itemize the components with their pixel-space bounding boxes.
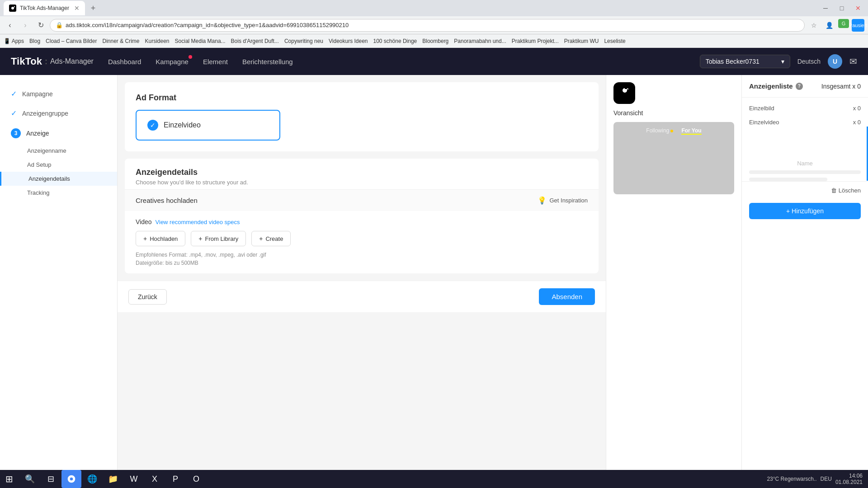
right-panel: Anzeigenliste ? Insgesamt x 0 Einzelbild… <box>741 75 868 488</box>
sidebar-item-anzeigengruppe[interactable]: ✓ Anzeigengruppe <box>0 103 117 123</box>
sidebar-label-anzeigengruppe: Anzeigengruppe <box>22 110 68 117</box>
ad-details-title: Anzeigendetails <box>136 168 588 177</box>
notification-button[interactable]: ✉ <box>849 56 857 67</box>
tab-title: TikTok Ads-Manager <box>20 5 69 11</box>
from-library-button[interactable]: + From Library <box>191 231 246 246</box>
tiktok-logo-icon <box>618 85 631 101</box>
bookmark-praktikum2[interactable]: Praktikum WU <box>564 38 599 44</box>
nav-element[interactable]: Element <box>203 58 228 66</box>
upload-label: Hochladen <box>150 235 178 242</box>
bookmark-social[interactable]: Social Media Mana... <box>175 38 226 44</box>
bookmark-100[interactable]: 100 schöne Dinge <box>373 38 417 44</box>
plus-icon-library: + <box>198 235 202 242</box>
app-header: TikTok : Ads-Manager Dashboard Kampagne … <box>0 48 868 75</box>
logo-tiktok-text: TikTok <box>11 56 42 67</box>
bookmark-leseliste[interactable]: Leseliste <box>604 38 625 44</box>
bookmark-dinner[interactable]: Dinner & Crime <box>102 38 139 44</box>
info-icon[interactable]: ? <box>796 83 803 90</box>
maximize-button[interactable]: □ <box>835 2 848 14</box>
pause-button[interactable]: Pausiert <box>852 19 864 32</box>
taskbar-word[interactable]: W <box>124 470 144 488</box>
date-text: 01.08.2021 <box>835 479 863 485</box>
submit-button[interactable]: Absenden <box>539 288 595 305</box>
bookmark-star-icon[interactable]: ☆ <box>807 19 820 32</box>
taskbar-outlook[interactable]: O <box>186 470 206 488</box>
url-text: ads.tiktok.com/i18n/campaign/ad/creation… <box>66 22 349 28</box>
taskbar-files[interactable]: 📁 <box>103 470 123 488</box>
taskbar-powerpoint[interactable]: P <box>165 470 185 488</box>
active-tab[interactable]: TikTok Ads-Manager ✕ <box>4 1 85 15</box>
total-count: Insgesamt x 0 <box>821 83 861 90</box>
bookmarks-bar: 📱 Apps Blog Cload – Canva Bilder Dinner … <box>0 34 868 48</box>
start-button[interactable]: ⊞ <box>0 470 18 488</box>
add-panel-button[interactable]: + Hinzufügen <box>749 203 861 219</box>
tiktok-logo-preview <box>613 82 635 104</box>
taskbar-excel[interactable]: X <box>145 470 165 488</box>
chevron-down-icon: ▾ <box>781 58 784 65</box>
logo-ads-text: Ads-Manager <box>50 57 94 66</box>
bookmark-copy[interactable]: Copywriting neu <box>284 38 323 44</box>
minimize-button[interactable]: ─ <box>819 2 832 14</box>
taskbar-chrome[interactable] <box>61 470 81 488</box>
forward-nav-button[interactable]: › <box>19 19 32 32</box>
format-einzelvideo-option[interactable]: ✓ Einzelvideo <box>136 110 280 141</box>
back-button[interactable]: Zurück <box>128 289 167 305</box>
bookmark-bois[interactable]: Bois d'Argent Duft... <box>231 38 279 44</box>
create-button[interactable]: + Create <box>251 231 291 246</box>
ad-row-einzelbild: Einzelbild x 0 <box>742 101 868 115</box>
sub-item-anzeigenname[interactable]: Anzeigenname <box>0 144 117 158</box>
video-buttons-group: + Hochladen + From Library + Create <box>136 231 588 246</box>
new-tab-button[interactable]: + <box>87 2 99 14</box>
taskbar-task-view[interactable]: ⊟ <box>41 470 61 488</box>
format-label: Einzelvideo <box>164 121 201 129</box>
nav-kampagne[interactable]: Kampagne <box>156 58 189 66</box>
bookmark-apps[interactable]: 📱 Apps <box>4 38 24 44</box>
taskbar-search[interactable]: 🔍 <box>20 470 40 488</box>
lightbulb-icon: 💡 <box>538 196 547 205</box>
app-logo: TikTok : Ads-Manager <box>11 56 94 67</box>
sub-item-ad-setup[interactable]: Ad Setup <box>0 158 117 172</box>
get-inspiration-button[interactable]: 💡 Get Inspiration <box>538 196 588 205</box>
upload-button[interactable]: + Hochladen <box>136 231 185 246</box>
url-bar[interactable]: 🔒 ads.tiktok.com/i18n/campaign/ad/creati… <box>50 19 805 32</box>
extension-icon[interactable]: G <box>838 19 849 28</box>
panel-actions: 🗑 Löschen <box>742 181 868 199</box>
delete-button[interactable]: 🗑 Löschen <box>831 187 861 194</box>
nav-berichterstellung[interactable]: Berichterstellung <box>242 58 293 66</box>
account-selector[interactable]: Tobias Becker0731 ▾ <box>700 55 790 68</box>
ad-format-title: Ad Format <box>136 93 588 103</box>
preview-for-you: For You <box>681 127 701 135</box>
user-avatar[interactable]: U <box>828 54 842 69</box>
bookmark-praktikum1[interactable]: Praktikum Projekt... <box>512 38 559 44</box>
bookmark-video[interactable]: Videokurs Ideen <box>329 38 368 44</box>
back-nav-button[interactable]: ‹ <box>4 19 16 32</box>
taskbar-edge[interactable]: 🌐 <box>82 470 102 488</box>
window-controls: ─ □ ✕ <box>819 2 864 14</box>
bookmark-blog[interactable]: Blog <box>29 38 40 44</box>
header-right: Tobias Becker0731 ▾ Deutsch U ✉ <box>700 54 857 69</box>
bookmark-canva[interactable]: Cload – Canva Bilder <box>46 38 97 44</box>
sub-item-anzeigendetails[interactable]: Anzeigendetails <box>0 172 117 186</box>
windows-taskbar: ⊞ 🔍 ⊟ 🌐 📁 W X P O 23°C Regenwarsch.. DEU… <box>0 470 868 488</box>
bookmark-bloomberg[interactable]: Bloomberg <box>422 38 448 44</box>
sidebar-item-kampagne[interactable]: ✓ Kampagne <box>0 84 117 103</box>
ad-details-card: Anzeigendetails Choose how you'd like to… <box>125 159 599 273</box>
profile-icon[interactable]: 👤 <box>823 19 835 32</box>
check-icon-2: ✓ <box>11 109 17 117</box>
refresh-button[interactable]: ↻ <box>34 19 47 32</box>
sub-item-tracking[interactable]: Tracking <box>0 186 117 200</box>
taskbar-right: 23°C Regenwarsch.. DEU 14:06 01.08.2021 <box>767 473 868 485</box>
nav-dashboard[interactable]: Dashboard <box>108 58 141 66</box>
bookmark-kurs[interactable]: Kursideen <box>145 38 170 44</box>
placeholder-lines <box>742 170 868 181</box>
bookmark-panorama[interactable]: Panoramabahn und... <box>454 38 506 44</box>
view-specs-link[interactable]: View recommended video specs <box>156 219 240 225</box>
ad-type-einzelvideo: Einzelvideo <box>749 119 779 126</box>
close-window-button[interactable]: ✕ <box>852 2 864 14</box>
taskbar-items: 🔍 ⊟ 🌐 📁 W X P O <box>18 470 208 488</box>
language-selector[interactable]: Deutsch <box>797 58 821 65</box>
sidebar-item-anzeige[interactable]: 3 Anzeige <box>0 123 117 144</box>
tab-close-button[interactable]: ✕ <box>74 5 80 12</box>
creatives-title: Creatives hochladen <box>136 197 198 204</box>
content-area: Ad Format ✓ Einzelvideo Anzeigendetails … <box>118 75 606 488</box>
